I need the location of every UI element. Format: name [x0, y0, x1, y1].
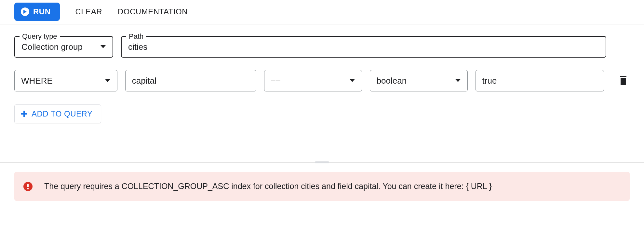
clause-type-select[interactable]: boolean — [370, 70, 468, 91]
dropdown-arrow-icon — [349, 79, 355, 83]
query-type-value: Collection group — [21, 42, 94, 52]
error-panel: The query requires a COLLECTION_GROUP_AS… — [14, 172, 630, 201]
query-builder: Query type Collection group Path cities … — [0, 24, 644, 123]
clause-operator-value: == — [271, 76, 343, 86]
path-input[interactable]: Path cities — [121, 36, 606, 58]
path-label: Path — [126, 32, 146, 41]
query-header-row: Query type Collection group Path cities — [14, 36, 630, 58]
clause-type-value: boolean — [377, 76, 449, 86]
svg-rect-3 — [21, 113, 27, 115]
clear-button[interactable]: CLEAR — [75, 7, 102, 16]
clause-row: WHERE capital == boolean true — [14, 70, 630, 91]
documentation-button[interactable]: DOCUMENTATION — [118, 7, 188, 16]
error-icon — [23, 182, 33, 191]
dropdown-arrow-icon — [455, 79, 461, 83]
svg-rect-1 — [622, 76, 624, 76]
dropdown-arrow-icon — [100, 45, 106, 49]
clause-field-value: capital — [132, 76, 249, 86]
add-to-query-button[interactable]: ADD TO QUERY — [14, 104, 101, 123]
play-icon — [21, 7, 29, 16]
clause-field-input[interactable]: capital — [125, 70, 256, 91]
run-button[interactable]: RUN — [14, 3, 60, 21]
run-label: RUN — [33, 7, 51, 16]
clause-value-value: true — [482, 76, 597, 86]
svg-point-6 — [27, 188, 29, 189]
clause-operator-select[interactable]: == — [264, 70, 362, 91]
clause-kind-select[interactable]: WHERE — [14, 70, 117, 91]
error-message: The query requires a COLLECTION_GROUP_AS… — [44, 182, 492, 191]
trash-icon — [619, 76, 627, 85]
clause-kind-value: WHERE — [21, 76, 98, 86]
query-type-select[interactable]: Query type Collection group — [14, 36, 113, 58]
clause-value-input[interactable]: true — [476, 70, 604, 91]
delete-clause-button[interactable] — [617, 74, 630, 87]
query-type-label: Query type — [20, 32, 60, 41]
plus-icon — [20, 110, 28, 117]
toolbar: RUN CLEAR DOCUMENTATION — [0, 0, 644, 24]
svg-rect-5 — [27, 184, 29, 187]
drag-handle[interactable] — [315, 161, 329, 163]
results-divider — [0, 162, 644, 163]
dropdown-arrow-icon — [105, 79, 111, 83]
path-value: cities — [128, 42, 599, 52]
add-to-query-label: ADD TO QUERY — [32, 109, 92, 118]
